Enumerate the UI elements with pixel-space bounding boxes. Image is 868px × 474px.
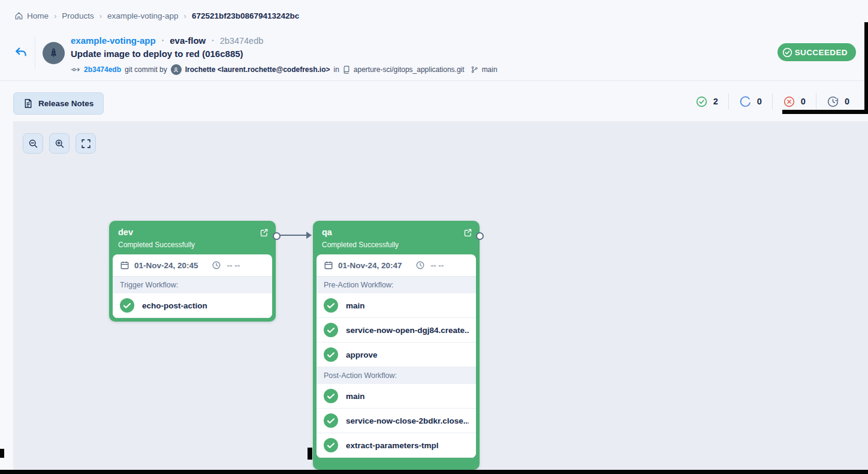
commit-by-label: git commit by [125,65,167,74]
commit-author: lrochette <laurent.rochette@codefresh.io… [185,65,330,74]
env-date: 01-Nov-24, 20:45 [134,261,198,270]
commit-details-line: 2b3474edb git commit by lrochette <laure… [71,64,498,75]
count-failed[interactable]: 0 [773,95,816,108]
release-details-page: Home › Products › example-voting-app › 6… [0,0,868,474]
success-check-icon [324,438,338,452]
dark-overlay-right-bottom [782,110,868,114]
workflow-section-label: Pre-Action Workflow: [317,277,476,293]
calendar-icon [324,260,333,270]
zoom-in-button[interactable] [49,133,70,154]
env-node-body: 01-Nov-24, 20:47 -- -- Pre-Action Workfl… [317,254,476,458]
env-name: qa [322,227,456,238]
env-node-header: dev Completed Successfully [109,221,276,254]
commit-in-label: in [334,65,339,74]
header-rule [0,80,868,81]
dark-overlay-notch [308,448,312,460]
count-pending[interactable]: 0 [816,95,860,108]
env-date: 01-Nov-24, 20:47 [338,261,402,270]
release-notes-button[interactable]: Release Notes [13,92,104,115]
workflow-item[interactable]: echo-post-action [113,293,272,318]
workflow-section-label: Trigger Workflow: [113,277,272,293]
breadcrumb-release-id: 672521bf23b08679413242bc [192,11,299,20]
check-circle-icon [782,47,793,58]
workflow-item-name: service-now-close-2bdkr.close... [346,416,469,425]
error-count-icon [783,95,795,108]
success-check-icon [324,413,338,428]
commit-message: Update image to deploy to red (016c885) [71,49,498,61]
count-value: 2 [713,97,718,106]
user-avatar [171,64,182,75]
success-count-icon [695,95,708,108]
env-node-qa[interactable]: qa Completed Successfully 01-Nov-24, 20:… [313,221,480,470]
success-check-icon [324,389,338,403]
breadcrumb-separator: › [54,11,56,20]
breadcrumb: Home › Products › example-voting-app › 6… [14,11,299,20]
breadcrumb-label: Home [27,11,49,20]
env-duration: -- -- [227,261,240,270]
dark-overlay-notch [0,449,4,458]
count-value: 0 [845,97,849,106]
workflow-sections: Trigger Workflow:echo-post-action [113,277,272,318]
env-name: dev [118,227,252,238]
workflow-item[interactable]: main [317,384,476,409]
connector-output-handle[interactable] [476,232,484,240]
success-check-icon [324,347,338,362]
workflow-item[interactable]: service-now-open-dgj84.create... [317,318,476,343]
commit-hash-link[interactable]: 2b3474edb [84,65,121,74]
app-link[interactable]: example-voting-app [71,35,156,46]
back-button[interactable] [13,44,29,60]
breadcrumb-products[interactable]: Products [62,11,94,20]
env-node-dev[interactable]: dev Completed Successfully 01-Nov-24, 20… [109,221,276,322]
repo-icon [343,65,350,74]
workflow-item[interactable]: service-now-close-2bdkr.close... [317,409,476,433]
calendar-icon [120,260,129,270]
rocket-icon [47,47,60,59]
connector-arrowhead [306,232,312,239]
commit-branch[interactable]: main [482,65,498,74]
env-duration: -- -- [431,261,444,270]
dot-separator: • [162,37,164,44]
zoom-out-button[interactable] [23,133,43,154]
count-succeeded[interactable]: 2 [685,95,728,108]
open-environment-icon[interactable] [260,228,269,237]
duration-clock-icon [212,260,221,270]
workflow-item[interactable]: extract-parameters-tmpl [317,433,476,458]
open-environment-icon[interactable] [463,228,472,237]
user-icon [173,67,179,73]
running-spinner-icon [739,95,752,108]
env-node-header: qa Completed Successfully [313,221,480,254]
release-notes-label: Release Notes [38,99,94,108]
status-badge-label: SUCCEEDED [795,48,848,57]
success-check-icon [120,298,134,313]
env-date-row: 01-Nov-24, 20:47 -- -- [317,254,476,277]
connector-edge [279,235,308,236]
release-header: example-voting-app • eva-flow • 2b3474ed… [71,34,498,75]
workflow-item-name: approve [346,350,378,359]
commit-repo[interactable]: aperture-sci/gitops_applications.git [354,65,465,74]
release-hash: 2b3474edb [220,36,264,46]
release-avatar [43,42,65,64]
document-icon [23,98,33,109]
workflow-item-name: extract-parameters-tmpl [346,441,439,450]
breadcrumb-separator: › [100,11,102,20]
duration-clock-icon [415,260,425,270]
promotion-flow-canvas[interactable]: dev Completed Successfully 01-Nov-24, 20… [13,121,868,474]
flow-name: eva-flow [170,35,206,46]
env-date-row: 01-Nov-24, 20:45 -- -- [113,254,272,277]
breadcrumb-separator: › [184,11,186,20]
count-running[interactable]: 0 [729,95,772,108]
fit-view-button[interactable] [76,133,96,154]
workflow-section-label: Post-Action Workflow: [317,367,476,384]
home-icon [14,11,23,20]
workflow-sections: Pre-Action Workflow:mainservice-now-open… [317,277,476,458]
workflow-item[interactable]: main [317,293,476,318]
workflow-item-name: service-now-open-dgj84.create... [346,326,469,335]
breadcrumb-product[interactable]: example-voting-app [107,11,179,20]
commit-icon [71,66,80,73]
pending-clock-icon [827,95,839,108]
breadcrumb-home[interactable]: Home [14,11,49,20]
workflow-item[interactable]: approve [317,343,476,367]
env-node-body: 01-Nov-24, 20:45 -- -- Trigger Workflow:… [113,254,272,318]
connector-output-handle[interactable] [273,232,281,240]
header-divider [35,37,35,70]
